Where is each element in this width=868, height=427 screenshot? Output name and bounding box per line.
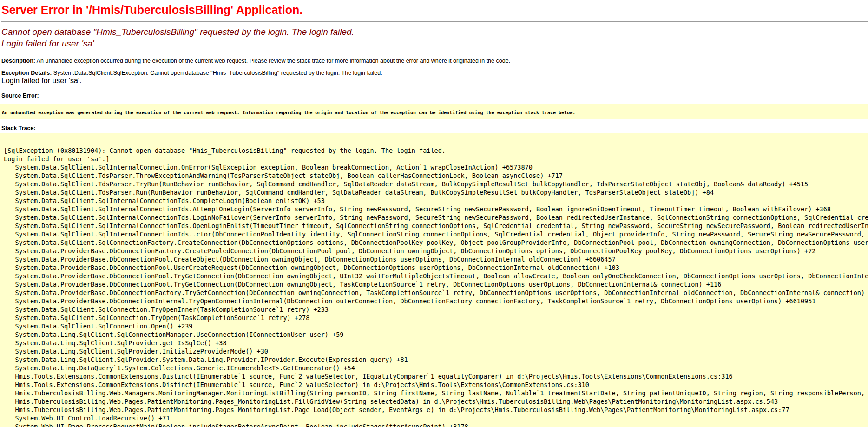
exception-details-row: Exception Details: System.Data.SqlClient…	[1, 70, 868, 77]
error-summary-line1: Cannot open database "Hmis_TuberculosisB…	[1, 26, 868, 38]
source-error-box: An unhandled exception was generated dur…	[0, 104, 868, 119]
source-error-label: Source Error:	[1, 92, 39, 99]
error-summary-line2: Login failed for user 'sa'.	[1, 38, 868, 49]
description-label: Description:	[1, 58, 35, 64]
stack-trace-box: [SqlException (0x80131904): Cannot open …	[0, 133, 868, 427]
exception-details-label: Exception Details:	[1, 70, 52, 76]
stack-trace-row: Stack Trace:	[1, 125, 868, 132]
stack-trace-text: [SqlException (0x80131904): Cannot open …	[4, 138, 868, 427]
exception-details-text: System.Data.SqlClient.SqlException: Cann…	[53, 70, 382, 76]
description-text: An unhandled exception occurred during t…	[37, 58, 510, 64]
title-divider	[1, 21, 868, 22]
page-title: Server Error in '/Hmis/TuberculosisBilli…	[1, 3, 868, 17]
exception-details-line2: Login failed for user 'sa'.	[1, 77, 868, 85]
aspnet-error-page: Server Error in '/Hmis/TuberculosisBilli…	[0, 3, 868, 427]
stack-trace-label: Stack Trace:	[1, 125, 36, 131]
error-summary: Cannot open database "Hmis_TuberculosisB…	[1, 26, 868, 49]
description-row: Description: An unhandled exception occu…	[1, 58, 868, 65]
source-error-row: Source Error:	[1, 92, 868, 100]
source-error-text: An unhandled exception was generated dur…	[2, 110, 575, 115]
